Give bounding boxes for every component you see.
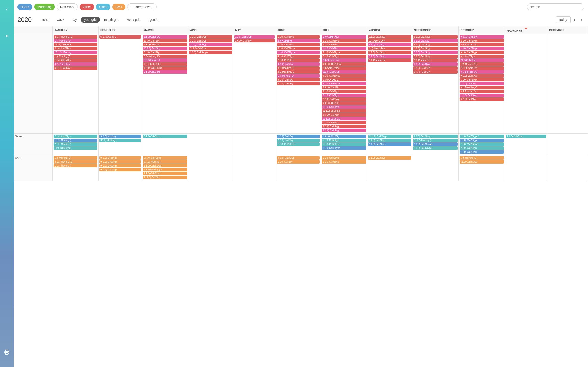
event-item[interactable]: 2 1.3) Meeting (O bbox=[53, 35, 97, 39]
event-item[interactable]: 2: 1.0) Call/Skyp bbox=[322, 98, 366, 101]
event-item[interactable]: 1 1.0) Call/Skyp bbox=[368, 55, 411, 58]
event-item[interactable]: 1:1.0) Call/Skyp bbox=[322, 121, 366, 124]
event-item[interactable]: $1.0) Call/Skype bbox=[460, 160, 504, 164]
event-item[interactable]: 1:1.0) Call/Skyp bbox=[413, 47, 458, 50]
event-item[interactable]: 111.0) Call/Skype bbox=[143, 66, 187, 70]
event-item[interactable]: 2 1.0) Call/Skyp bbox=[53, 47, 97, 50]
event-item[interactable]: 1 1.0) Call/Skype bbox=[460, 142, 504, 146]
event-item[interactable]: 11:1.3) Meeting bbox=[53, 146, 97, 150]
event-item[interactable]: 1 1.0) Call/Skyp bbox=[322, 47, 366, 50]
event-item[interactable]: 9:1.0) Call/Skyp bbox=[322, 94, 366, 97]
event-item[interactable]: 3.1) Deadline, C bbox=[277, 66, 320, 70]
event-item[interactable]: 1 1.0) Call/Skype bbox=[277, 142, 320, 146]
event-item[interactable]: 2 1.0) Call/Skyp bbox=[277, 58, 320, 62]
event-item[interactable]: 4 1.0) Call/Skyp bbox=[277, 55, 320, 58]
event-item[interactable]: 1 1.0) Call/Skyp bbox=[322, 160, 366, 164]
tag-marketing-button[interactable]: Marketing bbox=[34, 4, 55, 10]
event-item[interactable]: 10 1.0) Call/Sky bbox=[234, 39, 275, 42]
event-item[interactable]: 1 1.0) Call/Skype/ bbox=[460, 135, 504, 138]
event-item[interactable]: 21.0) Call/Skyp bbox=[460, 58, 504, 62]
event-item[interactable]: 3.0) Call/Skyp bbox=[277, 39, 320, 42]
event-item[interactable]: 1:1.4) Attend Ev bbox=[53, 58, 97, 62]
event-item[interactable]: 1 1.0) Call/Skype/ bbox=[413, 146, 458, 150]
event-item[interactable]: 1 1.0) Call/Skyp bbox=[189, 43, 232, 46]
event-item[interactable]: 3.5) Blocked Ou bbox=[460, 90, 504, 93]
event-item[interactable]: 1 1.0) Call/Skyp bbox=[460, 139, 504, 142]
event-item[interactable]: 3.1) Call/Skyp bbox=[460, 55, 504, 58]
view-yeargrid-button[interactable]: year grid bbox=[81, 17, 100, 23]
event-item[interactable]: 9:3 1.0) Call/Sky bbox=[322, 113, 366, 117]
event-item[interactable]: 9: 1.2) Meeting ( bbox=[99, 168, 141, 171]
event-item[interactable]: 1 1.0) Call/Skyp bbox=[368, 139, 411, 142]
event-item[interactable]: 9:3 1.0) Call/Sky bbox=[322, 101, 366, 105]
prev-arrow[interactable]: ‹ bbox=[571, 17, 578, 23]
event-item[interactable]: 1:1.0) Call/Skyp bbox=[143, 35, 187, 39]
view-week-button[interactable]: week bbox=[53, 17, 68, 23]
event-item[interactable]: 9:1.0) Call/Sky bbox=[413, 39, 458, 42]
event-item[interactable]: 9:1.0) Call/Skyp bbox=[413, 35, 458, 39]
event-item[interactable]: 9: 1.0) Call/Skyp bbox=[322, 129, 366, 132]
event-item[interactable]: 2:1.3) Meeting ( bbox=[53, 142, 97, 146]
event-item[interactable]: 9::1.3) Meeting bbox=[99, 135, 141, 138]
event-item[interactable]: 9: 1.2) Meeting ( bbox=[99, 164, 141, 167]
event-item[interactable]: 6: 1.4) Attend E bbox=[99, 35, 141, 39]
view-agenda-button[interactable]: agenda bbox=[145, 17, 162, 23]
event-item[interactable]: 1 1.2) Meeting ( bbox=[53, 139, 97, 142]
event-item[interactable]: 1 1.0) Call/Skyp bbox=[277, 35, 320, 39]
event-item[interactable]: 2: 1.0) Call/Sky bbox=[277, 139, 320, 142]
event-item[interactable]: 9: 1.2) Meeting ( bbox=[99, 160, 141, 164]
event-item[interactable]: 1:1.0) Call/Skyp bbox=[189, 35, 232, 39]
event-item[interactable]: 1.3) Meeting (O bbox=[53, 39, 97, 42]
event-item[interactable]: 11 1.0) Call/Skyp bbox=[322, 109, 366, 113]
event-item[interactable]: 1.4) Attend Ever bbox=[368, 39, 411, 42]
view-monthgrid-button[interactable]: month grid bbox=[101, 17, 122, 23]
search-input[interactable] bbox=[527, 3, 584, 10]
event-item[interactable]: 1 1.4) Attend Ev bbox=[368, 58, 411, 62]
event-item[interactable]: 1 1.0) Call/Skyp bbox=[143, 43, 187, 46]
event-item[interactable]: 1: 1.0) Call/Skyp bbox=[460, 94, 504, 97]
event-item[interactable]: 11 1.0) Call/Skyp bbox=[368, 135, 411, 138]
event-item[interactable]: 9: 1.2) Meeting ( bbox=[99, 156, 141, 160]
event-item[interactable]: 3.1) Deadline, O bbox=[277, 70, 320, 74]
event-item[interactable]: 1 1.0) Call/Skype bbox=[322, 146, 366, 150]
event-item[interactable]: 3::1.0) Call/Sky bbox=[189, 47, 232, 50]
event-item[interactable]: 1:1.0) Call/Skyp bbox=[368, 51, 411, 54]
event-item[interactable]: 9: 1.2) Meeting ( bbox=[53, 62, 97, 66]
tag-smt-button[interactable]: SMT bbox=[112, 4, 126, 10]
event-item[interactable]: 1 1.0) Call/Skyp bbox=[322, 105, 366, 109]
event-item[interactable]: 1.3) Meeting (O bbox=[277, 74, 320, 77]
event-item[interactable]: 3 1.0) Call/Skyp bbox=[413, 51, 458, 54]
event-item[interactable]: 1 1.0) Call/Skyp bbox=[460, 47, 504, 50]
event-item[interactable]: 9:3 1.0) Call/Sky bbox=[460, 35, 504, 39]
tag-other-button[interactable]: Other bbox=[80, 4, 94, 10]
event-item[interactable]: 12 1.0) Call/Sky bbox=[143, 47, 187, 50]
event-item[interactable]: 9:1.0) Call/Skyp bbox=[413, 43, 458, 46]
event-item[interactable]: 1: 1.0) Call/Sky bbox=[143, 39, 187, 42]
event-item[interactable]: 2 1.0) Call/Skype bbox=[322, 51, 366, 54]
event-item[interactable]: 5 1.0) Call/Skype bbox=[277, 47, 320, 50]
event-item[interactable]: 9: 1.0) Call/Skyp bbox=[143, 156, 187, 160]
tag-board-button[interactable]: Board bbox=[17, 4, 32, 10]
event-item[interactable]: 3.5) Blocked Ou bbox=[460, 70, 504, 74]
event-item[interactable]: 9: 1.2) Meeting ( bbox=[413, 139, 458, 142]
event-item[interactable]: 3.3) School Holi bbox=[322, 58, 366, 62]
today-button[interactable]: today bbox=[556, 16, 571, 23]
event-item[interactable]: 9: 1.0) Call/Sky bbox=[277, 62, 320, 66]
event-item[interactable]: 9: 1.0) Call/Skyp bbox=[460, 74, 504, 77]
event-item[interactable]: 9 1.0) Call/Skyp bbox=[413, 62, 458, 66]
event-item[interactable]: 2 1.0) Call/Skyp bbox=[460, 39, 504, 42]
event-item[interactable]: 1 1.0) Call/Skype bbox=[277, 51, 320, 54]
tag-sales-button[interactable]: Sales bbox=[96, 4, 111, 10]
event-item[interactable]: 1 1.2) Meeting (O bbox=[143, 168, 187, 171]
event-item[interactable]: 3:1.0) Call/Skyp bbox=[413, 55, 458, 58]
event-item[interactable]: 9 1.0) Call/Skype bbox=[322, 74, 366, 77]
event-item[interactable]: 2 1.0) Call/Skyp bbox=[460, 146, 504, 150]
event-item[interactable]: 9:3 1.0) Call/Skyp bbox=[322, 62, 366, 66]
event-item[interactable]: 2 1.0) Call/Skyp bbox=[53, 135, 97, 138]
event-item[interactable]: 10 1.0) Call/Sky bbox=[460, 66, 504, 70]
event-item[interactable]: 1.6) Dev Day, 2. bbox=[322, 78, 366, 81]
event-item[interactable]: 10: 1.3) Meeting bbox=[53, 51, 97, 54]
event-item[interactable]: 9 1.0) Call/Skyp bbox=[460, 51, 504, 54]
event-item[interactable]: 1.2) Meeting (O bbox=[53, 156, 97, 160]
event-item[interactable]: 3.1) Deadline, C bbox=[460, 86, 504, 89]
